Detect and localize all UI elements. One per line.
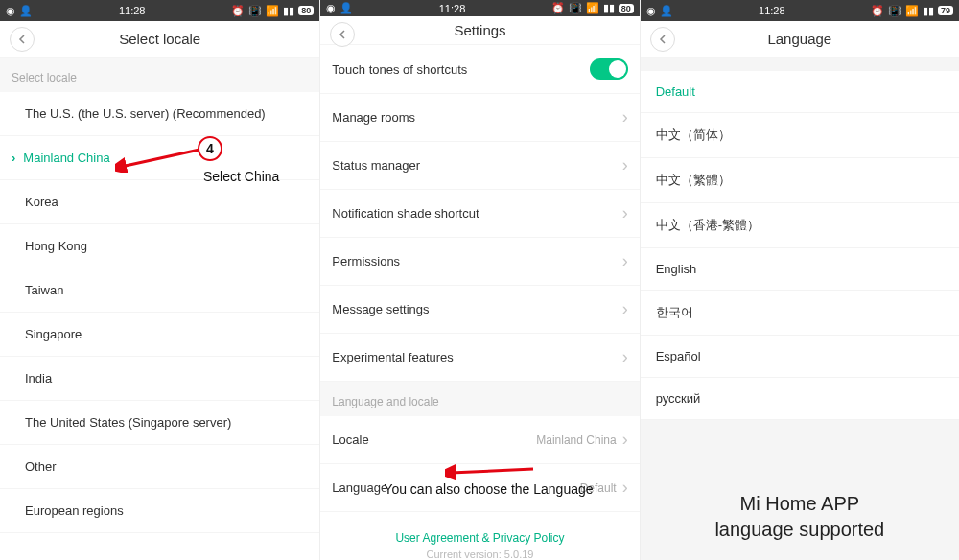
language-row[interactable]: 한국어: [641, 291, 959, 336]
locale-label: The U.S. (the U.S. server) (Recommended): [25, 106, 308, 121]
settings-label: Notification shade shortcut: [332, 206, 621, 221]
locale-label: Taiwan: [25, 283, 308, 297]
alarm-icon: ⏰: [551, 2, 565, 14]
wifi-icon: 📶: [266, 5, 279, 17]
signal-icon: ▮▮: [283, 5, 294, 17]
title-bar: Settings: [320, 16, 639, 45]
settings-row[interactable]: Touch tones of shortcuts: [320, 45, 639, 94]
vibrate-icon: 📳: [888, 5, 901, 17]
chevron-right-icon: ›: [622, 347, 628, 367]
settings-row[interactable]: Status manager›: [320, 142, 639, 190]
chevron-right-icon: ›: [622, 251, 628, 271]
locale-list: The U.S. (the U.S. server) (Recommended)…: [0, 92, 319, 533]
locale-row[interactable]: Singapore: [0, 313, 319, 357]
settings-label: Locale: [332, 432, 536, 447]
settings-row[interactable]: Notification shade shortcut›: [320, 190, 639, 238]
locale-row[interactable]: The U.S. (the U.S. server) (Recommended): [0, 92, 319, 136]
language-row[interactable]: 中文（香港-繁體）: [641, 203, 959, 248]
annotation-step-badge: 4: [198, 136, 222, 161]
locale-label: Hong Kong: [25, 239, 308, 253]
settings-value: Mainland China: [536, 433, 616, 447]
chevron-right-icon: ›: [622, 155, 628, 175]
locale-row[interactable]: Other: [0, 445, 319, 489]
panel-select-locale: ◉ 👤 11:28 ⏰ 📳 📶 ▮▮ 80 Select locale Sele…: [0, 0, 319, 560]
chevron-left-icon: [17, 35, 27, 44]
chevron-right-icon: ›: [622, 299, 628, 319]
caption-line-1: Mi Home APP: [641, 470, 959, 519]
locale-row[interactable]: The United States (Singapore server): [0, 401, 319, 445]
settings-row[interactable]: Permissions›: [320, 238, 639, 286]
back-button[interactable]: [330, 22, 355, 47]
settings-label: Message settings: [332, 302, 621, 316]
locale-row[interactable]: India: [0, 357, 319, 401]
panel-settings: ◉ 👤 11:28 ⏰ 📳 📶 ▮▮ 80 Settings Touch ton…: [319, 0, 639, 560]
language-row[interactable]: Español: [641, 336, 959, 378]
status-time: 11:28: [119, 5, 146, 16]
settings-label: Status manager: [332, 158, 621, 173]
caption-line-2: language supported: [641, 519, 959, 560]
chevron-right-icon: ›: [622, 107, 628, 128]
settings-row[interactable]: LocaleMainland China›: [320, 416, 639, 464]
page-title: Settings: [454, 22, 505, 38]
language-list: Default中文（简体）中文（繁體）中文（香港-繁體）English한국어Es…: [641, 71, 959, 420]
notification-icon: ◉: [6, 5, 15, 17]
locale-label: India: [25, 371, 308, 385]
settings-label: Experimental features: [332, 350, 621, 364]
language-row[interactable]: English: [641, 248, 959, 291]
toggle-switch[interactable]: [590, 58, 628, 80]
chevron-left-icon: [338, 30, 347, 39]
settings-row[interactable]: Manage rooms›: [320, 94, 639, 142]
settings-row[interactable]: Experimental features›: [320, 334, 639, 382]
version-text: Current version: 5.0.19: [320, 545, 639, 560]
locale-row[interactable]: Hong Kong: [0, 224, 319, 268]
settings-label: Permissions: [332, 254, 621, 268]
settings-label: Touch tones of shortcuts: [332, 62, 589, 77]
status-bar: ◉ 👤 11:28 ⏰ 📳 📶 ▮▮ 80: [320, 0, 639, 16]
profile-icon: 👤: [19, 5, 33, 17]
settings-list-1: Touch tones of shortcutsManage rooms›Sta…: [320, 45, 639, 382]
status-time: 11:28: [759, 5, 785, 16]
language-row[interactable]: Default: [641, 71, 959, 113]
status-bar: ◉ 👤 11:28 ⏰ 📳 📶 ▮▮ 79: [641, 0, 959, 21]
section-header: Language and locale: [320, 382, 639, 416]
language-row[interactable]: 中文（繁體）: [641, 158, 959, 203]
profile-icon: 👤: [660, 5, 673, 17]
status-bar: ◉ 👤 11:28 ⏰ 📳 📶 ▮▮ 80: [0, 0, 319, 21]
locale-row[interactable]: Taiwan: [0, 268, 319, 313]
annotation-text: You can also choose the Language: [384, 481, 593, 497]
chevron-right-icon: ›: [622, 478, 628, 498]
locale-label: Other: [25, 459, 308, 474]
alarm-icon: ⏰: [871, 5, 884, 17]
locale-label: Singapore: [25, 327, 308, 341]
signal-icon: ▮▮: [603, 2, 615, 14]
language-row[interactable]: 中文（简体）: [641, 113, 959, 158]
battery-badge: 80: [619, 4, 634, 13]
signal-icon: ▮▮: [923, 5, 934, 17]
settings-row[interactable]: Message settings›: [320, 286, 639, 334]
wifi-icon: 📶: [586, 2, 599, 14]
language-row[interactable]: русский: [641, 378, 959, 420]
locale-label: The United States (Singapore server): [25, 415, 308, 430]
battery-badge: 80: [298, 6, 314, 15]
chevron-left-icon: [658, 35, 667, 44]
wifi-icon: 📶: [905, 5, 919, 17]
back-button[interactable]: [10, 27, 35, 52]
notification-icon: ◉: [646, 5, 656, 17]
locale-label: Mainland China: [23, 151, 308, 165]
back-button[interactable]: [650, 27, 675, 52]
annotation-text: Select China: [203, 169, 279, 184]
selected-indicator-icon: ›: [12, 151, 15, 165]
settings-list-2: LocaleMainland China›LanguageDefault›: [320, 416, 639, 512]
settings-label: Manage rooms: [332, 110, 621, 125]
vibrate-icon: 📳: [248, 5, 262, 17]
locale-row[interactable]: Korea: [0, 180, 319, 224]
notification-icon: ◉: [326, 2, 336, 14]
page-title: Select locale: [119, 31, 200, 47]
user-agreement-link[interactable]: User Agreement & Privacy Policy: [320, 512, 639, 545]
chevron-right-icon: ›: [622, 430, 628, 450]
vibrate-icon: 📳: [569, 2, 582, 14]
panel-language: ◉ 👤 11:28 ⏰ 📳 📶 ▮▮ 79 Language Default中文…: [640, 0, 959, 560]
status-time: 11:28: [439, 3, 466, 14]
locale-row[interactable]: European regions: [0, 489, 319, 533]
title-bar: Language: [641, 21, 959, 58]
